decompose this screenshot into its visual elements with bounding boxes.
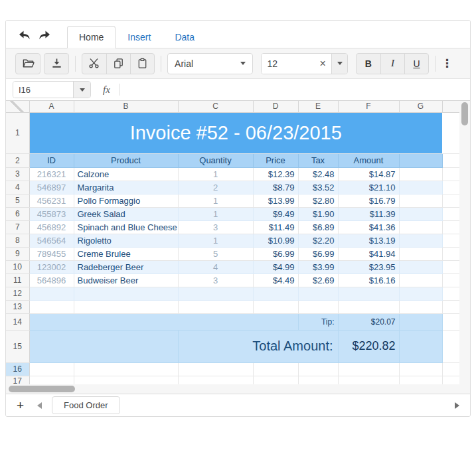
column-header-c[interactable]: C — [178, 101, 253, 112]
cell-empty[interactable] — [29, 287, 74, 300]
column-header-d[interactable]: D — [253, 101, 298, 112]
row-header-13[interactable]: 13 — [6, 300, 29, 313]
cell-empty[interactable] — [178, 300, 253, 313]
cell-product[interactable]: Spinach and Blue Cheese — [74, 220, 178, 234]
cell-empty[interactable] — [399, 247, 442, 260]
redo-icon[interactable] — [38, 29, 51, 41]
cell-empty[interactable] — [399, 220, 442, 234]
cell-amount[interactable]: $16.79 — [338, 194, 399, 207]
cell-price[interactable]: $9.49 — [253, 207, 298, 220]
cell-price[interactable]: $4.99 — [253, 260, 298, 273]
cell-empty[interactable] — [399, 313, 442, 330]
cell-price[interactable]: $11.49 — [253, 220, 298, 234]
cell-id[interactable]: 546897 — [29, 181, 74, 194]
cell-id[interactable]: 456231 — [29, 194, 74, 207]
cell-empty[interactable] — [29, 330, 178, 362]
cell-product[interactable]: Budweiser Beer — [74, 273, 178, 287]
column-header-partial[interactable] — [442, 101, 459, 112]
cell-product[interactable]: Radeberger Beer — [74, 260, 178, 273]
cell-empty[interactable] — [29, 313, 298, 330]
cell-empty[interactable] — [399, 167, 442, 181]
cell-empty[interactable] — [399, 300, 442, 313]
cell-empty[interactable] — [399, 362, 442, 376]
cell-empty[interactable] — [29, 362, 74, 376]
cell-id[interactable]: 546564 — [29, 234, 74, 247]
cell-empty[interactable] — [399, 207, 442, 220]
table-header-id[interactable]: ID — [29, 153, 74, 167]
cell-empty[interactable] — [253, 300, 298, 313]
cell-quantity[interactable]: 2 — [178, 181, 253, 194]
row-header-14[interactable]: 14 — [6, 313, 29, 330]
table-header-tax[interactable]: Tax — [298, 153, 338, 167]
tip-value-cell[interactable]: $20.07 — [338, 313, 399, 330]
overflow-menu-icon[interactable]: ⋮ — [441, 56, 453, 70]
cell-product[interactable]: Pollo Formaggio — [74, 194, 178, 207]
cell-tax[interactable]: $2.80 — [298, 194, 338, 207]
formula-input[interactable] — [119, 81, 470, 98]
row-header-4[interactable]: 4 — [6, 181, 29, 194]
vertical-scrollbar-thumb[interactable] — [461, 102, 468, 125]
cell-reference-input[interactable]: I16 — [13, 82, 73, 98]
cell-empty[interactable] — [178, 362, 253, 376]
cell-tax[interactable]: $1.90 — [298, 207, 338, 220]
row-header-2[interactable]: 2 — [6, 153, 29, 167]
font-size-input[interactable]: 12 × — [262, 54, 331, 74]
cell-id[interactable]: 216321 — [29, 167, 74, 181]
cell-tax[interactable]: $6.89 — [298, 220, 338, 234]
undo-icon[interactable] — [18, 29, 31, 41]
cell-empty[interactable] — [178, 287, 253, 300]
cell-price[interactable]: $13.99 — [253, 194, 298, 207]
italic-button[interactable]: I — [380, 54, 404, 74]
cell-quantity[interactable]: 4 — [178, 260, 253, 273]
row-header-10[interactable]: 10 — [6, 260, 29, 273]
table-header-quantity[interactable]: Quantity — [178, 153, 253, 167]
cell-empty[interactable] — [399, 287, 442, 300]
row-header-8[interactable]: 8 — [6, 234, 29, 247]
row-header-15[interactable]: 15 — [6, 330, 29, 362]
cell-price[interactable]: $12.39 — [253, 167, 298, 181]
cell-id[interactable]: 455873 — [29, 207, 74, 220]
row-header-12[interactable]: 12 — [6, 287, 29, 300]
tab-insert[interactable]: Insert — [116, 26, 163, 48]
cell-empty[interactable] — [29, 300, 74, 313]
cell-quantity[interactable]: 3 — [178, 273, 253, 287]
column-header-a[interactable]: A — [29, 101, 74, 112]
cell-product[interactable]: Calzone — [74, 167, 178, 181]
cell-quantity[interactable]: 5 — [178, 247, 253, 260]
column-header-e[interactable]: E — [298, 101, 338, 112]
cell-empty[interactable] — [399, 194, 442, 207]
cell-tax[interactable]: $6.99 — [298, 247, 338, 260]
open-file-button[interactable] — [15, 53, 40, 74]
tip-label-cell[interactable]: Tip: — [298, 313, 338, 330]
row-header-1[interactable]: 1 — [6, 112, 29, 153]
font-size-dropdown-button[interactable] — [331, 54, 348, 74]
tab-home[interactable]: Home — [67, 26, 116, 48]
paste-button[interactable] — [130, 54, 154, 74]
bold-button[interactable]: B — [357, 54, 380, 74]
cell-empty[interactable] — [399, 330, 442, 362]
cell-product[interactable]: Greek Salad — [74, 207, 178, 220]
cell-product[interactable]: Creme Brulee — [74, 247, 178, 260]
sheet-tab-food-order[interactable]: Food Order — [52, 396, 119, 414]
cell-tax[interactable]: $3.99 — [298, 260, 338, 273]
cell-empty[interactable] — [74, 362, 178, 376]
cell-id[interactable]: 564896 — [29, 273, 74, 287]
cell-quantity[interactable]: 1 — [178, 194, 253, 207]
row-header-11[interactable]: 11 — [6, 273, 29, 287]
cell-empty[interactable] — [399, 181, 442, 194]
underline-button[interactable]: U — [404, 54, 428, 74]
row-header-7[interactable]: 7 — [6, 220, 29, 234]
row-header-3[interactable]: 3 — [6, 167, 29, 181]
cell-product[interactable]: Rigoletto — [74, 234, 178, 247]
cell-amount[interactable]: $21.10 — [338, 181, 399, 194]
column-header-f[interactable]: F — [338, 101, 399, 112]
cell-price[interactable]: $8.79 — [253, 181, 298, 194]
cell-amount[interactable]: $14.87 — [338, 167, 399, 181]
vertical-scrollbar[interactable] — [459, 101, 470, 384]
table-header-empty[interactable] — [399, 153, 442, 167]
cell-quantity[interactable]: 1 — [178, 167, 253, 181]
row-header-16[interactable]: 16 — [6, 362, 29, 376]
cell-empty[interactable] — [298, 287, 338, 300]
cell-empty[interactable] — [338, 300, 399, 313]
column-header-g[interactable]: G — [399, 101, 442, 112]
